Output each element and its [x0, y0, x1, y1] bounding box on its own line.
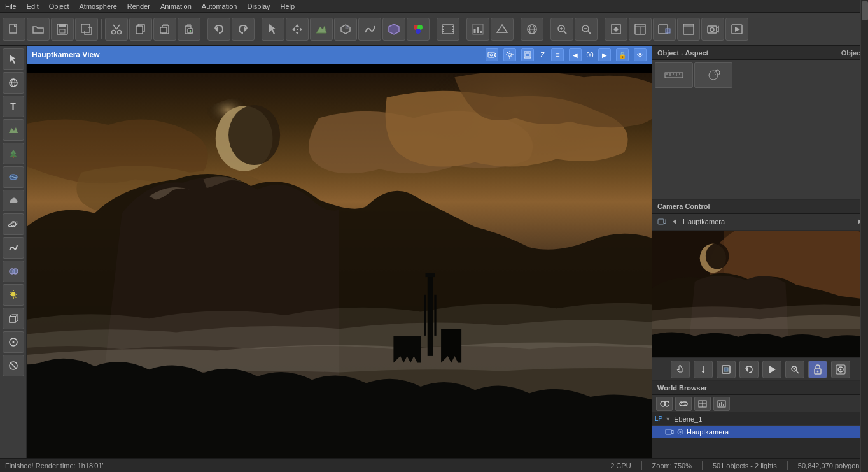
tool-select[interactable] — [3, 48, 24, 70]
menu-atmosphere[interactable]: Atmosphere — [74, 1, 122, 11]
vp-nav-icon[interactable]: ≡ — [551, 48, 564, 61]
redo-button[interactable] — [232, 18, 255, 41]
film-btn[interactable] — [437, 18, 459, 41]
tool-planet[interactable] — [3, 213, 24, 235]
wb-item-hauptkamera[interactable]: Hauptkamera — [652, 426, 868, 438]
toolbar — [0, 13, 868, 46]
wb-grid-btn[interactable] — [694, 397, 711, 411]
vp-frame-controls: ◀ 00 ▶ — [569, 48, 611, 61]
save-button[interactable] — [51, 18, 74, 41]
svg-point-5 — [112, 30, 116, 34]
svg-rect-153 — [723, 404, 724, 406]
svg-rect-10 — [160, 27, 167, 33]
cam-hand-btn[interactable] — [671, 361, 690, 378]
wb-link-btn[interactable] — [675, 397, 692, 411]
cam-zoom-btn[interactable] — [785, 361, 804, 378]
aspect-tab-sphere[interactable] — [694, 62, 732, 88]
viewport-canvas[interactable] — [27, 64, 652, 458]
cam-render-btn[interactable] — [831, 361, 850, 378]
svg-rect-30 — [442, 29, 444, 30]
sep5 — [463, 19, 463, 39]
vp-frame-icon[interactable] — [521, 48, 534, 61]
scene-background — [27, 64, 652, 458]
window-btn[interactable] — [629, 18, 652, 41]
tool-text[interactable]: T — [3, 96, 24, 117]
select-tool-btn[interactable] — [262, 18, 284, 41]
tool-cloud[interactable] — [3, 190, 24, 211]
svg-marker-135 — [769, 366, 776, 373]
vp-eye-icon[interactable]: 👁 — [634, 48, 647, 61]
svg-rect-98 — [488, 52, 494, 57]
tool-light[interactable] — [3, 284, 24, 306]
zoom-in-btn[interactable] — [550, 18, 573, 41]
tool-terrain[interactable] — [3, 119, 24, 141]
tool-tree[interactable] — [3, 143, 24, 164]
menu-help[interactable]: Help — [276, 1, 300, 11]
tool-box[interactable] — [3, 308, 24, 329]
wb-scrollbar[interactable] — [860, 413, 868, 458]
cam-down-btn[interactable] — [694, 361, 713, 378]
paste-button[interactable] — [153, 18, 176, 41]
svg-point-129 — [706, 243, 729, 269]
render-anim-btn[interactable] — [725, 18, 748, 41]
cam-select-btn[interactable] — [717, 361, 736, 378]
cam-rotate-btn[interactable] — [739, 361, 759, 378]
wb-item-ebene1[interactable]: LP ▼ Ebene_1 — [652, 413, 868, 426]
vp-lock-icon[interactable]: 🔒 — [616, 48, 629, 61]
svg-rect-32 — [452, 26, 454, 27]
menu-object[interactable]: Object — [44, 1, 74, 11]
open-button[interactable] — [27, 18, 50, 41]
tool-metaball[interactable] — [3, 261, 24, 282]
terrain-tool-btn[interactable] — [310, 18, 333, 41]
camera-toolbar — [652, 357, 868, 380]
vp-camera-icon[interactable] — [486, 48, 498, 61]
fit-btn[interactable] — [605, 18, 627, 41]
render-cam-btn[interactable] — [701, 18, 724, 41]
wb-camera-icon — [665, 428, 674, 436]
path-tool-btn[interactable] — [358, 18, 381, 41]
aspect-tab-ruler[interactable] — [655, 62, 693, 88]
svg-line-49 — [588, 31, 591, 34]
wb-chart-btn[interactable] — [713, 397, 730, 411]
menu-file[interactable]: File — [0, 1, 22, 11]
chart2-btn[interactable] — [491, 18, 514, 41]
chart1-btn[interactable] — [466, 18, 489, 41]
undo-button[interactable] — [207, 18, 230, 41]
vp-next-frame[interactable]: ▶ — [598, 48, 611, 61]
render-sm-btn[interactable] — [653, 18, 676, 41]
tool-path[interactable] — [3, 237, 24, 259]
menu-automation[interactable]: Automation — [197, 1, 242, 11]
tool-water[interactable] — [3, 166, 24, 188]
menu-animation[interactable]: Animation — [155, 1, 197, 11]
menu-edit[interactable]: Edit — [22, 1, 44, 11]
render-lg-btn[interactable] — [677, 18, 700, 41]
zoom-out-btn[interactable] — [575, 18, 598, 41]
globe-btn[interactable] — [521, 18, 543, 41]
cpu-status: 2 CPU — [610, 462, 631, 469]
svg-line-97 — [10, 363, 16, 369]
vp-settings-icon[interactable] — [503, 48, 516, 61]
object-aspect-content — [652, 60, 868, 199]
color-btn[interactable] — [407, 18, 430, 41]
copy-button[interactable] — [129, 18, 152, 41]
tool-circle[interactable] — [3, 331, 24, 353]
svg-marker-52 — [613, 27, 619, 29]
new-button[interactable] — [3, 18, 25, 41]
svg-rect-20 — [297, 29, 298, 30]
cut-button[interactable] — [105, 18, 128, 41]
paste-special-button[interactable] — [178, 18, 200, 41]
save-as-button[interactable] — [75, 18, 98, 41]
svg-rect-3 — [60, 29, 65, 33]
wb-add-btn[interactable] — [656, 397, 673, 411]
svg-rect-109 — [428, 275, 433, 356]
tool-null[interactable] — [3, 355, 24, 376]
cam-play-btn[interactable] — [762, 361, 781, 378]
menu-render[interactable]: Render — [122, 1, 155, 11]
menu-display[interactable]: Display — [242, 1, 275, 11]
tool-sphere[interactable] — [3, 72, 24, 94]
cam-lock-btn[interactable] — [808, 361, 827, 378]
move-tool-btn[interactable] — [286, 18, 309, 41]
vp-prev-frame[interactable]: ◀ — [569, 48, 582, 61]
object3d-btn[interactable] — [334, 18, 357, 41]
material-btn[interactable] — [382, 18, 405, 41]
